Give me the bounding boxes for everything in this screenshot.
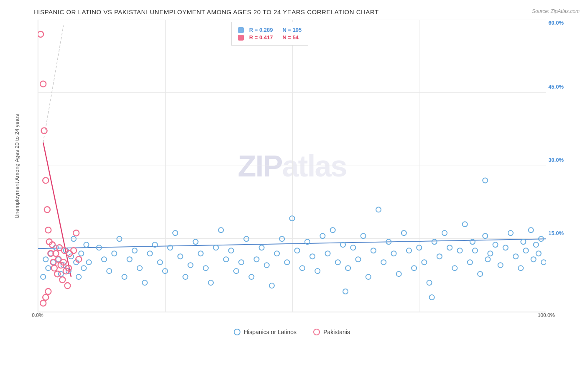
blue-dot <box>112 251 117 256</box>
blue-dot <box>508 230 513 235</box>
blue-dot <box>488 251 493 256</box>
blue-dot <box>79 251 84 256</box>
pink-dot <box>73 230 79 236</box>
blue-dot <box>463 222 468 227</box>
blue-dot <box>371 248 376 253</box>
blue-dot <box>290 216 295 221</box>
blue-dot <box>203 266 208 271</box>
x-tick-labels: 0.0% 100.0% <box>38 312 546 323</box>
blue-dot <box>107 268 112 273</box>
y-tick-45: 45.0% <box>548 84 564 90</box>
blue-dot <box>132 248 137 253</box>
blue-dot <box>406 248 412 253</box>
blue-dot <box>213 245 218 250</box>
blue-dot <box>381 260 386 265</box>
blue-dot <box>249 274 254 279</box>
blue-dot <box>147 251 152 256</box>
pink-dot <box>54 271 60 277</box>
blue-dot <box>345 266 350 271</box>
blue-dot <box>521 239 526 244</box>
pink-dot <box>38 31 43 37</box>
blue-dot <box>401 230 406 235</box>
blue-dot <box>498 263 503 268</box>
blue-trend-line <box>38 239 546 248</box>
pink-dot <box>44 207 50 212</box>
blue-dot <box>117 236 122 241</box>
blue-dot <box>483 233 488 238</box>
blue-dot <box>158 260 163 265</box>
legend-pakistanis: Pakistanis <box>313 329 350 335</box>
blue-dot <box>473 248 478 253</box>
chart-area: Unemployment Among Ages 20 to 24 years Z… <box>38 20 567 337</box>
blue-dot <box>218 227 223 232</box>
blue-dot <box>396 271 401 276</box>
pink-dot <box>41 128 47 134</box>
blue-dot <box>485 257 490 262</box>
blue-dot <box>274 251 279 256</box>
blue-dot <box>310 254 315 259</box>
blue-dot <box>350 245 355 250</box>
blue-dot <box>259 245 264 250</box>
blue-dot <box>343 289 348 294</box>
y-tick-15: 15.0% <box>548 230 564 236</box>
blue-dot <box>163 268 168 273</box>
blue-dot <box>335 260 340 265</box>
pink-dot <box>64 283 70 289</box>
blue-dot <box>452 266 457 271</box>
blue-dot <box>447 245 452 250</box>
blue-dot <box>355 257 360 262</box>
pink-dot <box>66 250 72 256</box>
chart-title: HISPANIC OR LATINO VS PAKISTANI UNEMPLOY… <box>33 8 580 15</box>
pink-dot <box>45 289 51 294</box>
blue-dot <box>284 260 289 265</box>
blue-dot <box>432 239 437 244</box>
blue-dot <box>320 233 325 238</box>
blue-dot <box>279 236 284 241</box>
legend-pakistanis-label: Pakistanis <box>323 329 350 335</box>
blue-dot <box>264 263 269 268</box>
blue-dot <box>234 268 239 273</box>
legend-hispanics-dot <box>234 329 240 335</box>
blue-dot <box>295 248 300 253</box>
blue-dot <box>330 227 335 232</box>
blue-dot <box>437 254 442 259</box>
blue-dot <box>536 251 541 256</box>
blue-dot <box>493 242 498 247</box>
blue-dot <box>529 227 534 232</box>
blue-dot <box>468 260 473 265</box>
blue-dot <box>427 280 432 285</box>
blue-dot <box>122 274 127 279</box>
blue-dot <box>43 257 48 262</box>
blue-dot <box>422 260 427 265</box>
blue-dot <box>391 251 396 256</box>
blue-dot <box>513 254 518 259</box>
blue-dot <box>208 280 213 285</box>
pink-dot <box>45 227 51 233</box>
blue-dot <box>541 260 546 265</box>
blue-dot <box>46 266 51 271</box>
blue-dot <box>84 242 89 247</box>
blue-dot <box>229 248 234 253</box>
blue-dot <box>518 266 523 271</box>
source-text: Source: ZipAtlas.com <box>532 8 580 14</box>
blue-dot <box>198 251 203 256</box>
legend-hispanics-label: Hispanics or Latinos <box>244 329 297 335</box>
blue-dot <box>41 274 46 279</box>
bottom-legend: Hispanics or Latinos Pakistanis <box>38 329 546 335</box>
blue-dot <box>188 263 193 268</box>
y-tick-labels: 15.0% 30.0% 45.0% 60.0% <box>546 20 567 312</box>
blue-dot <box>523 248 528 253</box>
pink-dot <box>71 248 77 253</box>
blue-dot <box>183 274 188 279</box>
blue-dot <box>457 248 462 253</box>
y-tick-30: 30.0% <box>548 157 564 163</box>
blue-dot <box>417 245 422 250</box>
legend-pakistanis-dot <box>313 329 320 335</box>
blue-dot <box>503 245 508 250</box>
blue-dot <box>244 236 249 241</box>
blue-dot <box>534 242 539 247</box>
x-tick-100: 100.0% <box>538 312 555 318</box>
blue-dot <box>376 207 381 212</box>
blue-dot <box>71 236 76 241</box>
x-tick-0: 0.0% <box>32 312 43 318</box>
